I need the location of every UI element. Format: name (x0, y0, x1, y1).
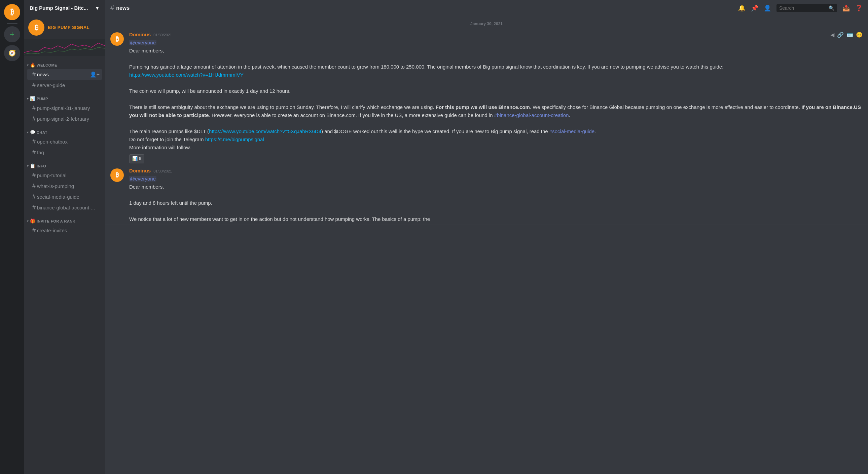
bitcoin-logo: ₿ (28, 20, 44, 36)
inbox-icon[interactable]: 📥 (842, 4, 850, 12)
message-header-1: Dominus 01/30/2021 (129, 32, 863, 37)
avatar-2: ₿ (110, 168, 124, 182)
category-info-emoji: 📋 (30, 163, 35, 168)
category-chat-emoji: 💬 (30, 130, 35, 135)
search-icon: 🔍 (829, 5, 834, 11)
channel-item-social-media[interactable]: # social-media-guide (27, 192, 102, 202)
chevron-chat-icon: ▾ (27, 130, 29, 134)
category-info[interactable]: ▾ 📋 INFO (24, 158, 105, 170)
hash-icon: # (32, 182, 36, 190)
hash-icon: # (32, 193, 36, 200)
channel-news-name: news (37, 72, 49, 77)
channel-pump-tutorial-name: pump-tutorial (37, 172, 67, 178)
main-content: # news 🔔 📌 👤 🔍 📥 ❓ January 30, 2021 (105, 0, 868, 474)
server-title: Big Pump Signal - Bitc... (30, 5, 88, 11)
chevron-invite-icon: ▾ (27, 219, 29, 223)
chevron-info-icon: ▾ (27, 164, 29, 168)
category-welcome-name: WELCOME (37, 63, 57, 67)
channel-link-binance[interactable]: #binance-global-account-creation (494, 112, 569, 118)
date-divider: January 30, 2021 (110, 22, 863, 26)
hash-icon: # (32, 115, 36, 122)
topbar-channel-name: news (116, 5, 129, 11)
server-icon-explore[interactable]: 🧭 (4, 45, 20, 61)
category-pump-emoji: 📊 (30, 96, 35, 101)
topbar-channel-label: # news (110, 4, 129, 12)
category-pump[interactable]: ▾ 📊 PUMP (24, 91, 105, 103)
chevron-pump-icon: ▾ (27, 97, 29, 101)
channel-what-is-pumping-name: what-is-pumping (37, 183, 74, 189)
channel-item-create-invites[interactable]: # create-invites (27, 225, 102, 236)
link-icon[interactable]: 🔗 (837, 32, 844, 38)
channel-item-pump-2feb[interactable]: # pump-signal-2-february (27, 114, 102, 124)
server-header[interactable]: Big Pump Signal - Bitc... ▼ (24, 0, 105, 16)
hash-icon: # (32, 227, 36, 234)
channel-pump2feb-name: pump-signal-2-february (37, 116, 89, 122)
channel-item-server-guide[interactable]: # server-guide (27, 80, 102, 91)
category-invite-emoji: 🎁 (30, 218, 35, 224)
avatar-1: ₿ (110, 32, 124, 46)
chart-preview (24, 39, 105, 56)
mention-2: @everyone (129, 176, 156, 181)
help-icon[interactable]: ❓ (855, 4, 863, 12)
channel-social-media-name: social-media-guide (37, 194, 80, 200)
channel-item-news[interactable]: # news 👤+ (27, 69, 102, 80)
link-youtube-1[interactable]: https://www.youtube.com/watch?v=1HUdmrmm… (129, 72, 244, 78)
channel-sidebar: Big Pump Signal - Bitc... ▼ ₿ BIG PUMP S… (24, 0, 105, 474)
category-pump-name: PUMP (37, 97, 48, 101)
emoji-icon[interactable]: 😊 (856, 32, 863, 38)
server-divider (7, 23, 18, 24)
topbar: # news 🔔 📌 👤 🔍 📥 ❓ (105, 0, 868, 16)
chevron-welcome-icon: ▾ (27, 63, 29, 67)
mention-1: @everyone (129, 40, 156, 45)
reaction-1[interactable]: 📊 6 (129, 154, 144, 163)
message-actions: ◀ 🔗 🪪 😊 (830, 32, 863, 38)
hash-icon: # (32, 138, 36, 145)
message-timestamp-2: 01/30/2021 (153, 169, 172, 173)
messages-area: January 30, 2021 ◀ 🔗 🪪 😊 ₿ Dominus 01/30… (105, 16, 868, 474)
topbar-hash-icon: # (110, 4, 114, 12)
search-input[interactable] (779, 5, 827, 11)
channel-binance-name: binance-global-account-... (37, 205, 95, 210)
channel-item-chatbox[interactable]: # open-chatbox (27, 136, 102, 147)
link-youtube-2[interactable]: https://www.youtube.com/watch?v=5XqJahRX… (209, 128, 321, 134)
channel-item-faq[interactable]: # faq (27, 147, 102, 158)
hash-icon: # (32, 105, 36, 112)
hash-icon: # (32, 71, 36, 78)
logo-area: ₿ BIG PUMP SIGNAL (24, 16, 105, 39)
channel-item-pump-31[interactable]: # pump-signal-31-january (27, 103, 102, 113)
category-welcome[interactable]: ▾ 🔥 WELCOME (24, 57, 105, 69)
add-user-icon[interactable]: 👤+ (90, 71, 100, 78)
server-logo-text: BIG PUMP SIGNAL (48, 25, 90, 30)
channel-pump31-name: pump-signal-31-january (37, 105, 90, 111)
message-header-2: Dominus 01/30/2021 (129, 168, 863, 173)
category-invite[interactable]: ▾ 🎁 INVITE FOR A RANK (24, 213, 105, 225)
chart-svg (24, 39, 105, 56)
message-author-1[interactable]: Dominus (129, 32, 151, 37)
channel-item-what-is-pumping[interactable]: # what-is-pumping (27, 181, 102, 191)
channel-item-binance[interactable]: # binance-global-account-... (27, 202, 102, 213)
message-body-1: @everyone Dear members, Pumping has gain… (129, 39, 863, 163)
server-icon-bigpump[interactable]: ₿ (4, 4, 20, 20)
channel-faq-name: faq (37, 149, 44, 155)
link-telegram[interactable]: https://t.me/bigpumpsignal (205, 136, 264, 142)
id-icon[interactable]: 🪪 (846, 32, 853, 38)
search-bar[interactable]: 🔍 (776, 4, 837, 12)
channel-item-pump-tutorial[interactable]: # pump-tutorial (27, 170, 102, 180)
category-chat-name: CHAT (37, 130, 48, 134)
date-divider-text: January 30, 2021 (470, 22, 503, 26)
server-icon-add[interactable]: + (4, 26, 20, 42)
message-body-2: @everyone Dear members, 1 day and 8 hour… (129, 175, 863, 223)
category-chat[interactable]: ▾ 💬 CHAT (24, 124, 105, 136)
message-timestamp-1: 01/30/2021 (153, 33, 172, 37)
hash-icon: # (32, 82, 36, 89)
channel-list: ▾ 🔥 WELCOME # news 👤+ # server-guide ▾ 📊… (24, 56, 105, 474)
message-author-2[interactable]: Dominus (129, 168, 151, 173)
pin-icon[interactable]: 📌 (751, 4, 758, 12)
dropdown-arrow-icon: ▼ (95, 5, 100, 11)
hash-icon: # (32, 149, 36, 156)
channel-link-social[interactable]: #social-media-guide (549, 128, 594, 134)
bell-icon[interactable]: 🔔 (738, 4, 746, 12)
play-icon[interactable]: ◀ (830, 32, 834, 38)
members-icon[interactable]: 👤 (764, 4, 771, 12)
message-group-1: ◀ 🔗 🪪 😊 ₿ Dominus 01/30/2021 @everyone D… (105, 29, 868, 165)
